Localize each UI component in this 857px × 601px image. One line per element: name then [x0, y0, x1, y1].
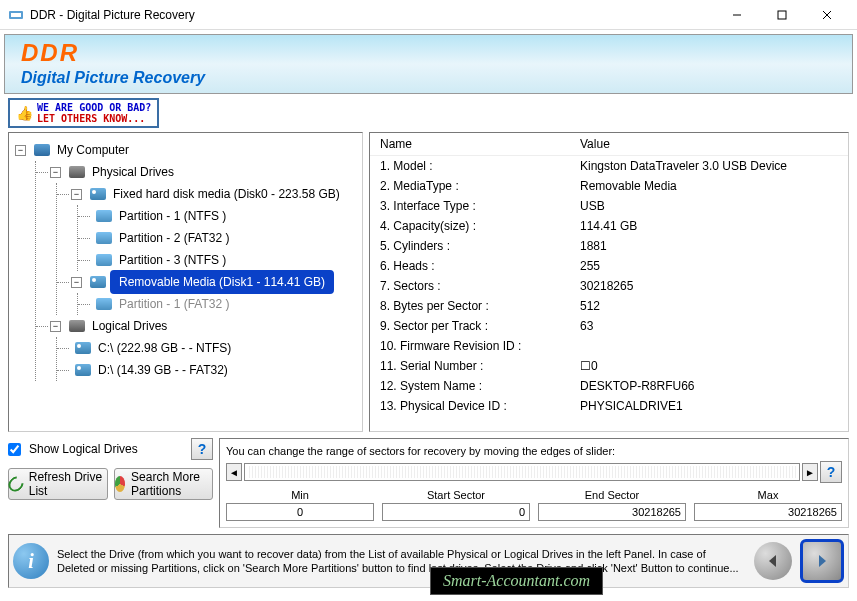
close-button[interactable]	[804, 1, 849, 29]
show-logical-checkbox[interactable]	[8, 443, 21, 456]
help-button[interactable]: ?	[191, 438, 213, 460]
details-row: 2. MediaType :Removable Media	[370, 176, 848, 196]
tree-volume-d[interactable]: D:\ (14.39 GB - - FAT32)	[57, 359, 356, 381]
max-label: Max	[694, 489, 842, 501]
sector-range-panel: You can change the range of sectors for …	[219, 438, 849, 528]
tree-label: Partition - 3 (NTFS )	[116, 252, 229, 268]
min-label: Min	[226, 489, 374, 501]
details-row: 10. Firmware Revision ID :	[370, 336, 848, 356]
collapse-icon[interactable]: −	[71, 189, 82, 200]
minimize-button[interactable]	[714, 1, 759, 29]
details-name: 6. Heads :	[370, 256, 570, 276]
tree-label: Fixed hard disk media (Disk0 - 223.58 GB…	[110, 186, 343, 202]
refresh-drive-list-button[interactable]: Refresh Drive List	[8, 468, 108, 500]
collapse-icon[interactable]: −	[50, 167, 61, 178]
details-value: 114.41 GB	[570, 216, 848, 236]
details-row: 8. Bytes per Sector :512	[370, 296, 848, 316]
tree-logical-drives[interactable]: − Logical Drives	[36, 315, 356, 337]
app-icon	[8, 7, 24, 23]
feedback-button[interactable]: 👍 WE ARE GOOD OR BAD? LET OTHERS KNOW...	[8, 98, 159, 128]
tree-label: C:\ (222.98 GB - - NTFS)	[95, 340, 234, 356]
partition-icon	[96, 210, 112, 222]
details-row: 6. Heads :255	[370, 256, 848, 276]
drives-icon	[69, 166, 85, 178]
start-sector-label: Start Sector	[382, 489, 530, 501]
slider-left-arrow[interactable]: ◄	[226, 463, 242, 481]
details-row: 7. Sectors :30218265	[370, 276, 848, 296]
computer-icon	[34, 144, 50, 156]
search-more-partitions-button[interactable]: Search More Partitions	[114, 468, 214, 500]
feedback-line1: WE ARE GOOD OR BAD?	[37, 102, 151, 113]
sector-slider[interactable]	[244, 463, 800, 481]
partition-icon	[96, 298, 112, 310]
details-row: 12. System Name :DESKTOP-R8RFU66	[370, 376, 848, 396]
min-sector-input	[226, 503, 374, 521]
info-icon: i	[13, 543, 49, 579]
start-sector-input[interactable]	[382, 503, 530, 521]
help-button[interactable]: ?	[820, 461, 842, 483]
tree-label: D:\ (14.39 GB - - FAT32)	[95, 362, 231, 378]
tree-label: Physical Drives	[89, 164, 177, 180]
tree-partition[interactable]: Partition - 3 (NTFS )	[78, 249, 356, 271]
svg-rect-1	[11, 13, 21, 17]
tree-label: Partition - 1 (FAT32 )	[116, 296, 232, 312]
details-value: DESKTOP-R8RFU66	[570, 376, 848, 396]
details-name: 3. Interface Type :	[370, 196, 570, 216]
tree-label: Partition - 2 (FAT32 )	[116, 230, 232, 246]
hdd-icon	[75, 342, 91, 354]
header-banner: DDR Digital Picture Recovery	[4, 34, 853, 94]
details-value	[570, 336, 848, 356]
max-sector-input	[694, 503, 842, 521]
tree-root[interactable]: − My Computer	[15, 139, 356, 161]
details-name: 12. System Name :	[370, 376, 570, 396]
details-name: 7. Sectors :	[370, 276, 570, 296]
details-value: USB	[570, 196, 848, 216]
hdd-icon	[90, 188, 106, 200]
details-row: 4. Capacity(size) :114.41 GB	[370, 216, 848, 236]
details-name: 4. Capacity(size) :	[370, 216, 570, 236]
details-name: 2. MediaType :	[370, 176, 570, 196]
app-subtitle: Digital Picture Recovery	[21, 69, 836, 87]
details-value: 512	[570, 296, 848, 316]
collapse-icon[interactable]: −	[50, 321, 61, 332]
details-value: Removable Media	[570, 176, 848, 196]
details-header-value: Value	[570, 133, 848, 156]
footer-instructions: Select the Drive (from which you want to…	[57, 547, 746, 576]
details-header-name: Name	[370, 133, 570, 156]
drives-icon	[69, 320, 85, 332]
details-value: PHYSICALDRIVE1	[570, 396, 848, 416]
collapse-icon[interactable]: −	[15, 145, 26, 156]
thumb-up-icon: 👍	[16, 105, 33, 121]
feedback-line2: LET OTHERS KNOW...	[37, 113, 151, 124]
details-name: 11. Serial Number :	[370, 356, 570, 376]
details-value: 1881	[570, 236, 848, 256]
tree-disk1-selected[interactable]: − Removable Media (Disk1 - 114.41 GB)	[57, 271, 356, 293]
tree-disk0[interactable]: − Fixed hard disk media (Disk0 - 223.58 …	[57, 183, 356, 205]
tree-physical-drives[interactable]: − Physical Drives	[36, 161, 356, 183]
tree-partition[interactable]: Partition - 1 (NTFS )	[78, 205, 356, 227]
tree-volume-c[interactable]: C:\ (222.98 GB - - NTFS)	[57, 337, 356, 359]
next-button[interactable]	[800, 539, 844, 583]
details-value: ☐0	[570, 356, 848, 376]
end-sector-input[interactable]	[538, 503, 686, 521]
titlebar: DDR - Digital Picture Recovery	[0, 0, 857, 30]
tree-partition[interactable]: Partition - 1 (FAT32 )	[78, 293, 356, 315]
slider-right-arrow[interactable]: ►	[802, 463, 818, 481]
tree-partition[interactable]: Partition - 2 (FAT32 )	[78, 227, 356, 249]
details-row: 13. Physical Device ID :PHYSICALDRIVE1	[370, 396, 848, 416]
svg-rect-3	[778, 11, 786, 19]
maximize-button[interactable]	[759, 1, 804, 29]
end-sector-label: End Sector	[538, 489, 686, 501]
collapse-icon[interactable]: −	[71, 277, 82, 288]
details-value: 255	[570, 256, 848, 276]
details-name: 10. Firmware Revision ID :	[370, 336, 570, 356]
details-row: 5. Cylinders :1881	[370, 236, 848, 256]
hdd-icon	[90, 276, 106, 288]
refresh-icon	[5, 473, 26, 494]
drive-details-panel: Name Value 1. Model :Kingston DataTravel…	[369, 132, 849, 432]
details-name: 1. Model :	[370, 156, 570, 177]
footer-bar: i Select the Drive (from which you want …	[8, 534, 849, 588]
details-name: 9. Sector per Track :	[370, 316, 570, 336]
back-button[interactable]	[754, 542, 792, 580]
details-value: Kingston DataTraveler 3.0 USB Device	[570, 156, 848, 177]
